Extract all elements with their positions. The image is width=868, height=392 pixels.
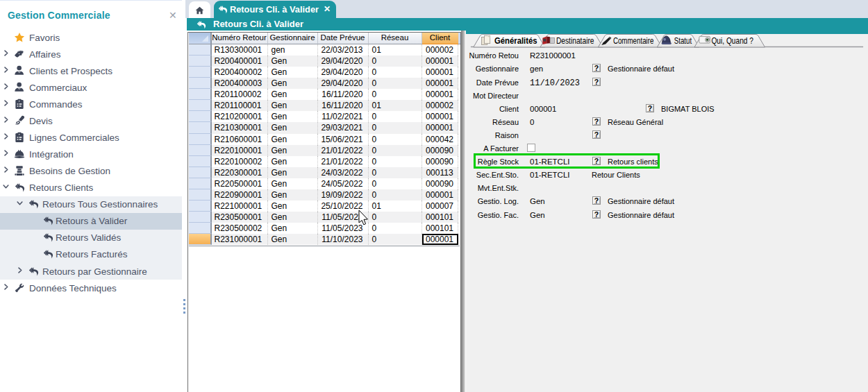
svg-text:Commentaire: Commentaire (613, 36, 654, 46)
svg-text:Statut: Statut (674, 36, 692, 46)
svg-text:Qui, Quand ?: Qui, Quand ? (711, 36, 753, 46)
svg-text:Généralités: Généralités (494, 36, 537, 46)
svg-text:Destinataire: Destinataire (556, 36, 594, 46)
